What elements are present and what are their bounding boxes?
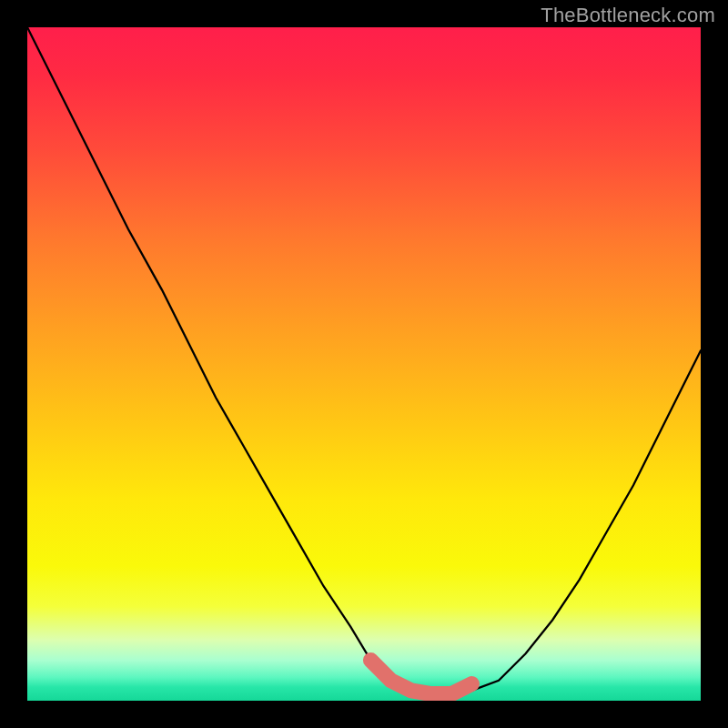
chart-frame: TheBottleneck.com — [0, 0, 728, 728]
watermark-text: TheBottleneck.com — [541, 4, 715, 27]
sweet-spot-band-line — [370, 661, 471, 694]
chart-plot-area — [27, 27, 701, 701]
bottleneck-curve-line — [27, 27, 701, 694]
chart-svg — [27, 27, 701, 701]
